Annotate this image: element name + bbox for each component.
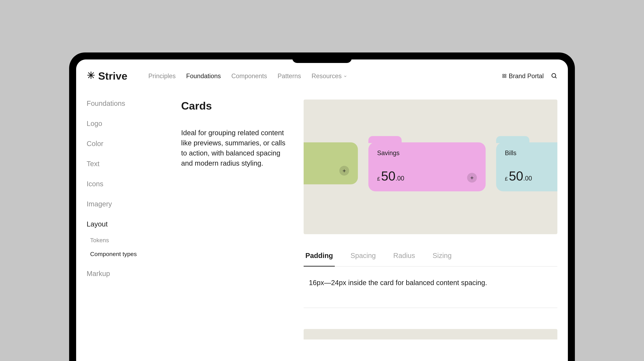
card-label: Savings [377,149,477,157]
preview-card-green: £ 50 .00 + [304,142,358,184]
sidebar-label: Foundations [86,99,125,107]
sidebar-subitems: Tokens Component types [86,237,160,258]
tab-label: Radius [393,252,415,259]
nav-right: Brand Portal [502,72,558,80]
sidebar-label: Text [86,160,100,168]
tab-label: Padding [306,252,333,259]
device-frame: Strive Principles Foundations Components… [69,52,575,361]
add-button[interactable]: + [467,173,477,183]
svg-rect-5 [505,74,506,75]
currency-symbol: £ [377,176,380,182]
nav-label: Foundations [186,72,221,80]
search-icon[interactable] [551,72,558,80]
sidebar-item-logo[interactable]: Logo [86,120,160,127]
brand-name: Strive [98,70,128,82]
sidebar-subitem-component-types[interactable]: Component types [90,251,160,258]
chevron-down-icon [343,72,347,80]
page-title: Cards [181,99,290,112]
nav-foundations[interactable]: Foundations [186,72,221,80]
add-button[interactable]: + [339,166,349,176]
tab-radius[interactable]: Radius [392,252,417,267]
sidebar-item-text[interactable]: Text [86,160,160,168]
card-amount-row: £ 50 .00 + [304,163,349,176]
nav-label: Resources [312,72,342,80]
sidebar-item-markup[interactable]: Markup [86,270,160,278]
brand-portal-label: Brand Portal [509,72,544,80]
nav-label: Principles [148,72,176,80]
amount-minor: .00 [523,175,532,182]
next-section-preview [304,329,558,340]
svg-rect-7 [505,76,506,78]
sidebar-label: Logo [86,120,102,127]
asterisk-icon [86,70,96,82]
svg-rect-4 [502,74,504,75]
svg-line-9 [555,77,557,78]
grid-icon [502,72,506,80]
amount-major: 50 [381,170,396,183]
content: Cards Ideal for grouping related content… [181,99,558,340]
tab-content: 16px—24px inside the card for balanced c… [304,267,558,308]
amount-major: 50 [509,170,523,183]
card-label: Bills [505,149,558,157]
preview-cards-row: £ 50 .00 + Savings [304,142,558,191]
tab-label: Sizing [432,252,452,259]
card-amount: £ 50 .00 [505,170,532,183]
sidebar-label: Markup [86,270,110,277]
nav-label: Patterns [278,72,301,80]
sidebar-label: Color [86,140,104,147]
tab-padding[interactable]: Padding [304,252,335,267]
sidebar-sublabel: Tokens [90,237,109,244]
tabs-section: Padding Spacing Radius Sizing 16px—24px … [304,252,558,308]
nav-label: Components [231,72,267,80]
tab-spacing[interactable]: Spacing [349,252,378,267]
nav-components[interactable]: Components [231,72,267,80]
property-tabs: Padding Spacing Radius Sizing [304,252,558,267]
sidebar-item-imagery[interactable]: Imagery [86,200,160,208]
content-intro: Cards Ideal for grouping related content… [181,99,290,234]
content-row: Cards Ideal for grouping related content… [181,99,558,234]
sidebar-item-layout[interactable]: Layout [86,220,160,228]
sidebar-label: Layout [86,220,108,228]
tab-sizing[interactable]: Sizing [431,252,454,267]
sidebar-label: Imagery [86,200,112,208]
sidebar-item-color[interactable]: Color [86,140,160,148]
preview-card-bills: Bills £ 50 .00 + [496,142,558,191]
preview-card-savings: Savings £ 50 .00 + [368,142,486,191]
currency-symbol: £ [505,176,508,182]
svg-point-8 [552,73,556,77]
main: Foundations Logo Color Text Icons Imager… [76,89,568,340]
sidebar-sublabel: Component types [90,251,137,257]
device-notch [292,52,352,63]
plus-icon: + [342,167,346,174]
topbar: Strive Principles Foundations Components… [76,59,568,89]
nav-patterns[interactable]: Patterns [278,72,301,80]
sidebar-label: Icons [86,180,104,188]
section-divider [304,308,558,308]
sidebar: Foundations Logo Color Text Icons Imager… [86,99,160,340]
card-amount: £ 50 .00 [377,170,404,183]
primary-nav: Principles Foundations Components Patter… [148,72,492,80]
card-amount-row: £ 50 .00 + [377,170,477,183]
brand-portal-link[interactable]: Brand Portal [502,72,544,80]
sidebar-item-icons[interactable]: Icons [86,180,160,188]
nav-resources[interactable]: Resources [312,72,347,80]
tab-label: Spacing [350,252,376,259]
sidebar-item-foundations[interactable]: Foundations [86,99,160,107]
nav-principles[interactable]: Principles [148,72,176,80]
sidebar-subitem-tokens[interactable]: Tokens [90,237,160,244]
cards-preview-panel: £ 50 .00 + Savings [304,99,558,234]
plus-icon: + [470,174,474,181]
app-screen: Strive Principles Foundations Components… [76,59,568,361]
page-description: Ideal for grouping related content like … [181,128,290,168]
amount-minor: .00 [396,175,404,182]
brand[interactable]: Strive [86,70,128,82]
card-amount-row: £ 50 .00 + [505,170,558,183]
svg-rect-6 [502,76,504,78]
